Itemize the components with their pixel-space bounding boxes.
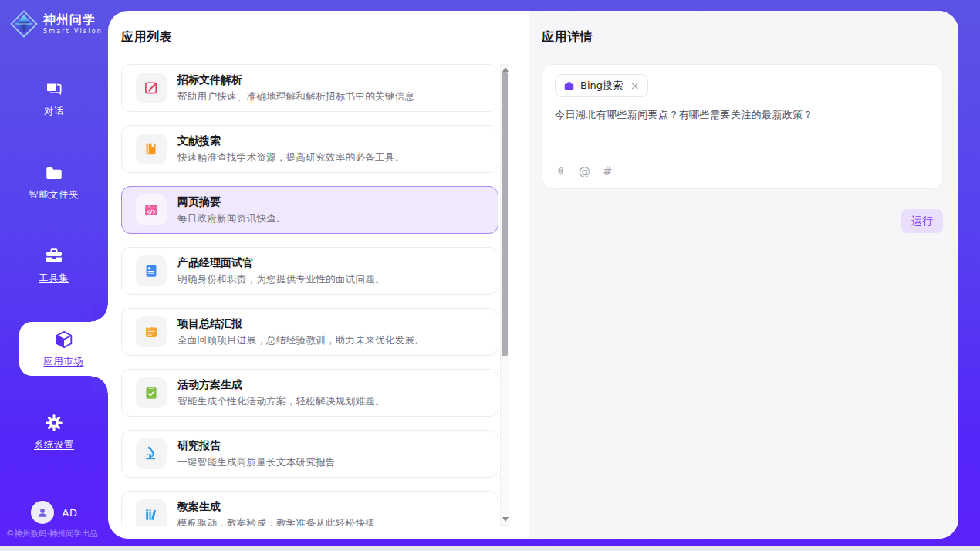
window-bottom-strip xyxy=(0,546,980,551)
app-list-title: 应用列表 xyxy=(121,29,529,46)
sidebar-item-label: 智能文件夹 xyxy=(29,188,79,201)
hash-icon[interactable]: # xyxy=(603,166,613,177)
scroll-down-icon[interactable] xyxy=(502,517,509,522)
app-card-text: 招标文件解析 帮助用户快速、准确地理解和解析招标书中的关键信息 xyxy=(177,73,414,103)
query-card: Bing搜索 × 今日湖北有哪些新闻要点？有哪些需要关注的最新政策？ @ # xyxy=(542,64,943,189)
app-card-text: 教案生成 模板驱动，教案秒成，教学准备从此轻松快捷 xyxy=(177,500,375,526)
sidebar-item-settings[interactable]: 系统设置 xyxy=(0,407,108,457)
app-card-text: 活动方案生成 智能生成个性化活动方案，轻松解决规划难题。 xyxy=(177,378,385,408)
clipboard-check-icon xyxy=(143,384,160,401)
chat-icon xyxy=(44,79,64,100)
brand-diamond-icon xyxy=(10,10,38,38)
paperclip-icon[interactable] xyxy=(555,166,566,177)
app-icon-tile xyxy=(136,316,167,347)
browser-code-icon xyxy=(143,201,160,218)
app-card-text: 项目总结汇报 全面回顾项目进展，总结经验教训，助力未来优化发展。 xyxy=(177,317,424,347)
app-card-research-report[interactable]: 研究报告 一键智能生成高质量长文本研究报告 xyxy=(121,430,498,478)
sidebar-item-label: 应用市场 xyxy=(44,355,84,368)
app-detail-panel: 应用详情 Bing搜索 × 今日湖北有哪些新闻要点？有哪些需要关注的最新政策？ … xyxy=(529,11,958,539)
app-list-viewport: 招标文件解析 帮助用户快速、准确地理解和解析招标书中的关键信息 文献搜索 快速精… xyxy=(121,64,509,526)
tool-tag-label: Bing搜索 xyxy=(580,79,623,93)
app-card-bid-document-analysis[interactable]: 招标文件解析 帮助用户快速、准确地理解和解析招标书中的关键信息 xyxy=(121,64,498,112)
edit-document-icon xyxy=(143,79,160,96)
app-card-description: 明确身份和职责，为您提供专业性的面试问题。 xyxy=(177,273,385,286)
app-card-pm-interviewer[interactable]: 产品经理面试官 明确身份和职责，为您提供专业性的面试问题。 xyxy=(121,247,498,295)
app-detail-title: 应用详情 xyxy=(542,29,943,46)
app-card-text: 产品经理面试官 明确身份和职责，为您提供专业性的面试问题。 xyxy=(177,256,385,286)
app-card-webpage-summary[interactable]: 网页摘要 每日政府新闻资讯快查。 xyxy=(121,186,498,234)
tab-curve-bottom xyxy=(91,376,108,393)
app-card-title: 产品经理面试官 xyxy=(177,256,385,270)
at-icon[interactable]: @ xyxy=(579,166,590,177)
app-card-description: 一键智能生成高质量长文本研究报告 xyxy=(177,456,336,469)
sidebar-item-label: 系统设置 xyxy=(34,438,74,451)
brand-text: 神州问学 Smart Vision xyxy=(43,13,103,35)
sidebar-item-smart-folder[interactable]: 智能文件夹 xyxy=(0,157,108,207)
user-profile[interactable]: AD xyxy=(0,501,108,524)
app-card-project-summary-report[interactable]: 项目总结汇报 全面回顾项目进展，总结经验教训，助力未来优化发展。 xyxy=(121,308,498,356)
close-icon[interactable]: × xyxy=(630,80,640,91)
sidebar-item-label: 对话 xyxy=(44,105,64,118)
app-card-text: 文献搜索 快速精准查找学术资源，提高研究效率的必备工具。 xyxy=(177,134,404,164)
brand-subtitle: Smart Vision xyxy=(43,28,103,35)
app-icon-tile xyxy=(136,438,167,469)
app-card-description: 全面回顾项目进展，总结经验教训，助力未来优化发展。 xyxy=(177,334,424,347)
tool-tag-bing-search[interactable]: Bing搜索 × xyxy=(555,74,648,97)
app-card-description: 每日政府新闻资讯快查。 xyxy=(177,212,286,225)
app-icon-tile xyxy=(136,194,167,225)
app-card-title: 研究报告 xyxy=(177,439,336,453)
app-icon-tile xyxy=(136,499,167,526)
app-icon-tile xyxy=(136,134,167,164)
app-card-description: 智能生成个性化活动方案，轻松解决规划难题。 xyxy=(177,395,385,408)
app-card-title: 活动方案生成 xyxy=(177,378,385,392)
brand-name: 神州问学 xyxy=(43,13,103,27)
folder-icon xyxy=(44,163,64,183)
sidebar-nav: 对话 智能文件夹 工具集 应用市场 系统设置 xyxy=(0,74,108,491)
query-toolbar: @ # xyxy=(555,166,930,177)
tab-curve-top xyxy=(91,305,108,322)
app-icon-tile xyxy=(136,255,167,286)
query-input[interactable]: 今日湖北有哪些新闻要点？有哪些需要关注的最新政策？ xyxy=(555,108,930,166)
app-card-lesson-plan-generator[interactable]: 教案生成 模板驱动，教案秒成，教学准备从此轻松快捷 xyxy=(121,491,498,526)
user-initials: AD xyxy=(63,507,78,519)
app-card-event-plan-generator[interactable]: 活动方案生成 智能生成个性化活动方案，轻松解决规划难题。 xyxy=(121,369,498,417)
app-card-description: 快速精准查找学术资源，提高研究效率的必备工具。 xyxy=(177,151,404,164)
app-icon-tile xyxy=(136,377,167,408)
app-card-description: 帮助用户快速、准确地理解和解析招标书中的关键信息 xyxy=(177,90,414,103)
app-card-description: 模板驱动，教案秒成，教学准备从此轻松快捷 xyxy=(177,517,375,526)
copyright: ©神州数码·神州问学出品 xyxy=(6,529,98,539)
books-icon xyxy=(143,506,160,523)
sidebar: 神州问学 Smart Vision 对话 智能文件夹 工具集 应用市场 系统设置… xyxy=(0,0,108,546)
sidebar-item-toolbox[interactable]: 工具集 xyxy=(0,241,108,290)
app-card-title: 网页摘要 xyxy=(177,195,286,209)
scrollbar[interactable] xyxy=(500,64,509,526)
run-button[interactable]: 运行 xyxy=(901,209,943,233)
microscope-icon xyxy=(143,445,160,462)
user-icon xyxy=(35,505,49,519)
app-card-title: 教案生成 xyxy=(177,500,375,514)
app-list-panel: 应用列表 招标文件解析 帮助用户快速、准确地理解和解析招标书中的关键信息 文献搜… xyxy=(108,11,529,539)
app-card-title: 文献搜索 xyxy=(177,134,404,148)
avatar xyxy=(31,501,54,524)
briefcase-icon xyxy=(563,80,575,92)
app-card-list: 招标文件解析 帮助用户快速、准确地理解和解析招标书中的关键信息 文献搜索 快速精… xyxy=(121,64,498,526)
resume-icon xyxy=(143,262,160,279)
sidebar-item-label: 工具集 xyxy=(39,272,69,285)
app-card-literature-search[interactable]: 文献搜索 快速精准查找学术资源，提高研究效率的必备工具。 xyxy=(121,125,498,173)
notepad-icon xyxy=(143,323,160,340)
brand-logo: 神州问学 Smart Vision xyxy=(10,10,103,38)
app-icon-tile xyxy=(136,73,167,103)
scrollbar-thumb[interactable] xyxy=(502,72,508,356)
app-card-text: 网页摘要 每日政府新闻资讯快查。 xyxy=(177,195,286,225)
main-content: 应用列表 招标文件解析 帮助用户快速、准确地理解和解析招标书中的关键信息 文献搜… xyxy=(108,11,958,539)
cube-icon xyxy=(54,330,74,350)
app-card-title: 招标文件解析 xyxy=(177,73,414,87)
gear-icon xyxy=(44,413,64,433)
sidebar-item-chat[interactable]: 对话 xyxy=(0,74,108,123)
app-card-text: 研究报告 一键智能生成高质量长文本研究报告 xyxy=(177,439,336,469)
book-icon xyxy=(143,140,160,157)
app-card-title: 项目总结汇报 xyxy=(177,317,424,331)
toolbox-icon xyxy=(44,246,64,266)
sidebar-item-app-market[interactable]: 应用市场 xyxy=(19,322,108,376)
